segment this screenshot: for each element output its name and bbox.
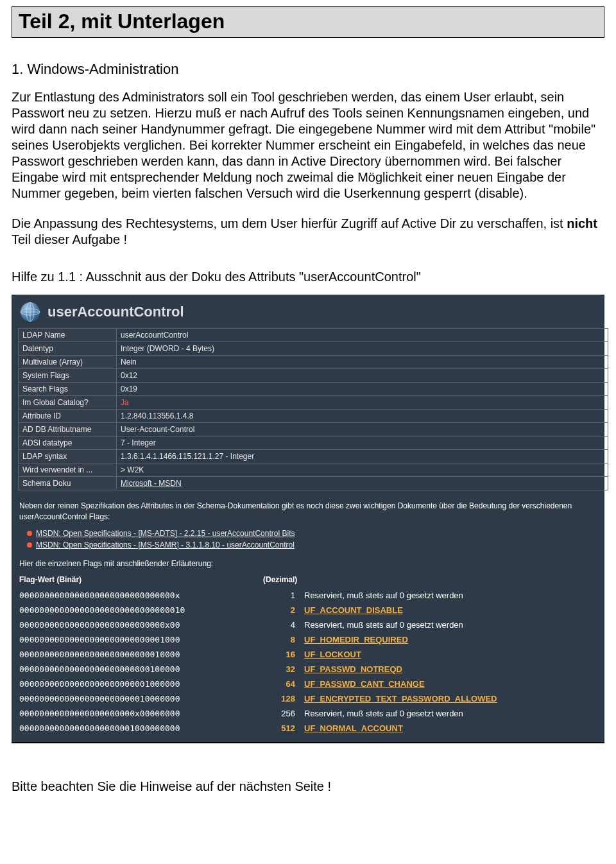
table-row: Schema DokuMicrosoft - MSDN [19, 477, 608, 490]
flag-binary: 00000000000000000000000001000000 [19, 679, 263, 689]
flag-desc[interactable]: UF_LOCKOUT [304, 650, 597, 659]
flag-decimal: 8 [263, 635, 304, 644]
bullet-icon [27, 542, 32, 548]
flags-list: 0000000000000000000000000000000x1Reservi… [12, 588, 604, 736]
panel-note: Neben der reinen Spezifikation des Attri… [12, 497, 604, 526]
attr-value: 1.2.840.113556.1.4.8 [117, 410, 608, 423]
paragraph-2: Die Anpassung des Rechtesystems, um dem … [12, 216, 604, 248]
table-row: DatentypInteger (DWORD - 4 Bytes) [19, 342, 608, 356]
flag-desc[interactable]: UF_HOMEDIR_REQUIRED [304, 635, 597, 644]
flag-desc[interactable]: UF_ENCRYPTED_TEXT_PASSWORD_ALLOWED [304, 694, 597, 704]
flag-desc[interactable]: UF_PASSWD_CANT_CHANGE [304, 679, 597, 689]
footer-note: Bitte beachten Sie die Hinweise auf der … [12, 779, 604, 794]
attr-key: Multivalue (Array) [19, 356, 117, 369]
flag-desc[interactable]: UF_ACCOUNT_DISABLE [304, 605, 597, 615]
attribute-table: LDAP NameuserAccountControlDatentypInteg… [18, 328, 608, 490]
globe-icon [19, 301, 41, 323]
flag-desc[interactable]: UF_NORMAL_ACCOUNT [304, 723, 597, 733]
panel-header: userAccountControl [12, 295, 604, 328]
flag-binary: 000000000000000000000000000000010 [19, 605, 263, 615]
attr-value: Microsoft - MSDN [117, 477, 608, 490]
attr-value: 7 - Integer [117, 436, 608, 450]
attr-key: Datentyp [19, 342, 117, 356]
panel-intro: Hier die einzelnen Flags mit anschließen… [12, 555, 604, 573]
attr-value: > W2K [117, 463, 608, 477]
panel-title: userAccountControl [47, 304, 184, 320]
doc-link[interactable]: MSDN: Open Specifications - [MS-ADTS] - … [36, 529, 295, 538]
flag-binary: 00000000000000000000000000000x00 [19, 620, 263, 630]
attr-key: LDAP syntax [19, 450, 117, 463]
flag-binary: 00000000000000000000000000001000 [19, 635, 263, 644]
table-row: Im Global Catalog?Ja [19, 396, 608, 410]
attr-value: Ja [117, 396, 608, 410]
table-row: AD DB AttributnameUser-Account-Control [19, 423, 608, 436]
flag-decimal: 4 [263, 620, 304, 630]
flag-row: 0000000000000000000000000010000032UF_PAS… [12, 662, 604, 677]
col-header-binary: Flag-Wert (Binär) [19, 575, 263, 584]
flag-decimal: 64 [263, 679, 304, 689]
flag-desc[interactable]: UF_PASSWD_NOTREQD [304, 664, 597, 674]
list-item: MSDN: Open Specifications - [MS-SAMR] - … [27, 539, 597, 551]
panel-links: MSDN: Open Specifications - [MS-ADTS] - … [12, 526, 604, 555]
table-row: LDAP NameuserAccountControl [19, 329, 608, 342]
bullet-icon [27, 531, 32, 536]
flag-binary: 00000000000000000000000010000000 [19, 694, 263, 704]
flag-desc: Reserviert, muß stets auf 0 gesetzt werd… [304, 709, 597, 718]
table-row: Wird verwendet in ...> W2K [19, 463, 608, 477]
table-row: LDAP syntax1.3.6.1.4.1.1466.115.121.1.27… [19, 450, 608, 463]
attr-key: AD DB Attributname [19, 423, 117, 436]
flag-decimal: 256 [263, 709, 304, 718]
table-row: System Flags0x12 [19, 369, 608, 383]
table-row: Search Flags0x19 [19, 383, 608, 396]
flag-binary: 0000000000000000000000000000000x [19, 591, 263, 600]
attr-key: Search Flags [19, 383, 117, 396]
attr-value: 1.3.6.1.4.1.1466.115.121.1.27 - Integer [117, 450, 608, 463]
attr-key: Wird verwendet in ... [19, 463, 117, 477]
attr-value: 0x12 [117, 369, 608, 383]
flag-row: 00000000000000000000000010000000128UF_EN… [12, 691, 604, 706]
attr-key: System Flags [19, 369, 117, 383]
para2-bold: nicht [567, 216, 597, 230]
flag-decimal: 1 [263, 591, 304, 600]
flag-row: 0000000000000000000000000000000102UF_ACC… [12, 603, 604, 618]
table-row: ADSI datatype7 - Integer [19, 436, 608, 450]
flag-binary: 00000000000000000000000000010000 [19, 650, 263, 659]
doc-panel: userAccountControl LDAP NameuserAccountC… [12, 295, 604, 743]
flag-row: 00000000000000000000001000000000512UF_NO… [12, 721, 604, 736]
flag-row: 00000000000000000000000000000x004Reservi… [12, 618, 604, 632]
attr-value: Nein [117, 356, 608, 369]
attr-key: LDAP Name [19, 329, 117, 342]
doc-link[interactable]: MSDN: Open Specifications - [MS-SAMR] - … [36, 540, 295, 549]
flag-decimal: 2 [263, 605, 304, 615]
flag-binary: 00000000000000000000000000100000 [19, 664, 263, 674]
flag-decimal: 512 [263, 723, 304, 733]
help-heading: Hilfe zu 1.1 : Ausschnit aus der Doku de… [12, 270, 604, 284]
para2-post: Teil dieser Aufgabe ! [12, 232, 127, 246]
flag-desc: Reserviert, muß stets auf 0 gesetzt werd… [304, 591, 597, 600]
attr-value: 0x19 [117, 383, 608, 396]
flag-binary: 00000000000000000000000x00000000 [19, 709, 263, 718]
attr-key: Attribute ID [19, 410, 117, 423]
col-header-decimal: (Dezimal) [263, 575, 304, 584]
attr-key: Schema Doku [19, 477, 117, 490]
flag-binary: 00000000000000000000001000000000 [19, 723, 263, 733]
attr-value: Integer (DWORD - 4 Bytes) [117, 342, 608, 356]
para2-pre: Die Anpassung des Rechtesystems, um dem … [12, 216, 567, 230]
flag-desc: Reserviert, muß stets auf 0 gesetzt werd… [304, 620, 597, 630]
table-row: Attribute ID1.2.840.113556.1.4.8 [19, 410, 608, 423]
list-item: MSDN: Open Specifications - [MS-ADTS] - … [27, 528, 597, 539]
flag-row: 0000000000000000000000000100000064UF_PAS… [12, 677, 604, 691]
flag-decimal: 32 [263, 664, 304, 674]
flag-row: 0000000000000000000000000001000016UF_LOC… [12, 647, 604, 662]
flag-row: 000000000000000000000000000010008UF_HOME… [12, 632, 604, 647]
section-heading: 1. Windows-Administration [12, 61, 604, 78]
flag-decimal: 16 [263, 650, 304, 659]
paragraph-1: Zur Entlastung des Administrators soll e… [12, 89, 604, 202]
attr-value: userAccountControl [117, 329, 608, 342]
flag-decimal: 128 [263, 694, 304, 704]
flags-header: Flag-Wert (Binär) (Dezimal) [12, 573, 604, 588]
page-title: Teil 2, mit Unterlagen [19, 10, 597, 33]
title-box: Teil 2, mit Unterlagen [12, 6, 604, 38]
flag-row: 0000000000000000000000000000000x1Reservi… [12, 588, 604, 603]
table-row: Multivalue (Array)Nein [19, 356, 608, 369]
